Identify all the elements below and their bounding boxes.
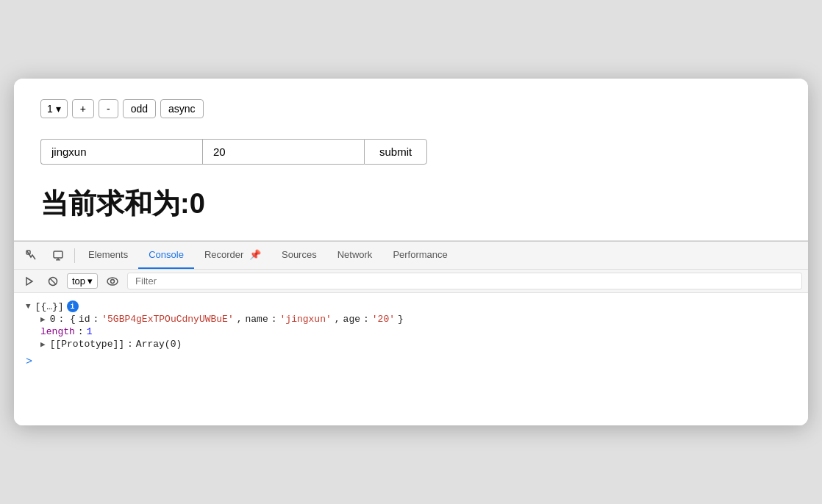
- submit-button[interactable]: submit: [364, 139, 427, 165]
- prototype-label: [[Prototype]]: [50, 339, 124, 350]
- prototype-val: Array(0): [136, 339, 182, 350]
- age-input[interactable]: [202, 139, 364, 165]
- item0-index: 0: [50, 314, 56, 325]
- console-item-0: ▶ 0 : { id : '5GBP4gExTPOuCdnyUWBuE' , n…: [40, 314, 796, 325]
- sum-display: 当前求和为:0: [40, 185, 782, 223]
- collapse-triangle[interactable]: ▼: [26, 302, 31, 311]
- async-button[interactable]: async: [160, 99, 204, 118]
- select-arrow: ▾: [56, 103, 61, 115]
- item0-triangle[interactable]: ▶: [40, 314, 46, 324]
- select-value: 1: [47, 103, 53, 115]
- odd-button[interactable]: odd: [123, 99, 156, 118]
- tab-performance[interactable]: Performance: [382, 242, 457, 269]
- svg-rect-1: [54, 251, 62, 258]
- tab-console[interactable]: Console: [138, 242, 194, 269]
- devtools-panel: Elements Console Recorder 📌 Sources Netw…: [14, 241, 808, 425]
- eye-icon[interactable]: [102, 274, 123, 289]
- name-input[interactable]: [40, 139, 202, 165]
- tab-sources[interactable]: Sources: [271, 242, 327, 269]
- recorder-icon: 📌: [249, 249, 261, 260]
- plus-button[interactable]: +: [72, 99, 94, 118]
- device-icon[interactable]: [45, 244, 71, 267]
- console-prototype: ▶ [[Prototype]] : Array(0): [40, 339, 796, 350]
- info-icon[interactable]: i: [67, 300, 79, 312]
- id-key: id: [79, 314, 90, 325]
- devtools-toolbar: top ▾: [14, 270, 808, 293]
- number-select[interactable]: 1 ▾: [40, 99, 68, 118]
- context-select[interactable]: top ▾: [67, 273, 98, 289]
- devtools-tabs: Elements Console Recorder 📌 Sources Netw…: [14, 242, 808, 270]
- console-output: ▼ [{…}] i ▶ 0 : { id : '5GBP4gExTPOuCdny…: [14, 293, 808, 425]
- length-val: 1: [87, 326, 93, 337]
- tab-network[interactable]: Network: [327, 242, 383, 269]
- browser-window: 1 ▾ + - odd async submit 当前求和为:0: [14, 79, 808, 425]
- filter-input[interactable]: [127, 273, 802, 289]
- age-key: age: [343, 314, 360, 325]
- console-prompt[interactable]: >: [26, 351, 796, 368]
- svg-rect-2: [56, 259, 60, 261]
- svg-marker-4: [26, 278, 32, 285]
- tab-recorder[interactable]: Recorder 📌: [194, 242, 271, 269]
- block-icon[interactable]: [43, 273, 62, 289]
- minus-button[interactable]: -: [99, 99, 118, 118]
- page-area: 1 ▾ + - odd async submit 当前求和为:0: [14, 79, 808, 241]
- controls-row: 1 ▾ + - odd async: [40, 99, 782, 118]
- name-val: 'jingxun': [280, 314, 332, 325]
- name-key: name: [246, 314, 268, 325]
- tab-divider: [74, 248, 75, 263]
- form-row: submit: [40, 139, 782, 165]
- age-val: '20': [372, 314, 395, 325]
- context-label: top: [72, 276, 85, 287]
- context-arrow: ▾: [87, 276, 93, 287]
- svg-point-7: [107, 278, 118, 285]
- array-label: [{…}]: [35, 301, 64, 312]
- run-icon[interactable]: [20, 273, 39, 289]
- prototype-triangle[interactable]: ▶: [40, 339, 46, 349]
- id-val: '5GBP4gExTPOuCdnyUWBuE': [101, 314, 233, 325]
- svg-line-6: [50, 278, 56, 284]
- tab-elements[interactable]: Elements: [78, 242, 138, 269]
- inspect-icon[interactable]: [18, 244, 45, 267]
- console-array-expanded: ▼ [{…}] i: [26, 300, 796, 312]
- console-length: length : 1: [40, 326, 796, 337]
- svg-point-8: [111, 279, 115, 283]
- length-key: length: [40, 326, 75, 337]
